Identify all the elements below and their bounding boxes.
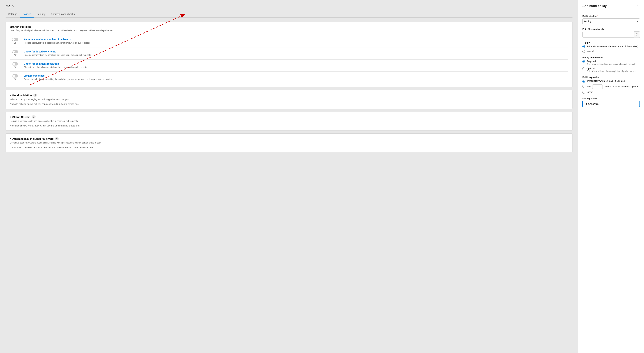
chevron-down-icon-status[interactable]: ▾ [10,116,11,118]
policy-item-comment-resolution: Off Check for comment resolution Check t… [10,59,568,72]
display-name-input[interactable] [582,101,640,107]
policy-title-comment[interactable]: Check for comment resolution [24,62,88,65]
panel-title: Add build policy [582,4,607,8]
hours-input[interactable] [592,84,603,89]
toggle-merge-label: Off [14,78,16,80]
toggle-linked-work[interactable] [12,50,18,53]
policy-item-min-reviewers: Off Require a minimum number of reviewer… [10,35,568,47]
display-name-label: Display name [582,97,640,100]
policy-title-min-reviewers[interactable]: Require a minimum number of reviewers [24,38,90,41]
build-validation-header: ▾ Build Validation 0 [10,94,568,97]
build-validation-title: Build Validation [12,94,32,97]
expiration-immediately-item: Immediately when ⎇ main is updated [582,80,640,83]
policy-info-min-reviewers: Require a minimum number of reviewers Re… [24,38,90,45]
path-filter-group: Path filter (optional) ⓘ [582,28,640,38]
policy-requirement-label: Policy requirement [582,56,640,59]
path-filter-input-wrapper: ⓘ [582,32,640,38]
expiration-never-label[interactable]: Never [586,91,592,93]
build-validation-empty: No build policies found, but you can use… [10,103,568,105]
toggle-comment-wrapper: Off [10,62,20,68]
toggle-comment-resolution[interactable] [12,62,18,66]
tab-security[interactable]: Security [34,11,48,18]
build-pipeline-label: Build pipeline* [582,15,640,17]
tab-policies[interactable]: Policies [20,11,34,18]
expiration-immediately-radio[interactable] [582,80,585,83]
chevron-down-icon-reviewers[interactable]: ▾ [10,137,11,140]
toggle-min-reviewers-label: Off [14,42,16,44]
policy-desc-merge: Control branch history by limiting the a… [24,78,113,81]
build-expiration-group: Build expiration Immediately when ⎇ main… [582,76,640,94]
toggle-linked-work-label: Off [14,54,16,56]
policy-optional-label[interactable]: Optional Build failure will not block co… [586,67,636,73]
trigger-manual-radio[interactable] [582,50,585,53]
close-button[interactable]: × [635,4,640,8]
auto-reviewers-header: ▾ Automatically included reviewers 0 [10,137,568,140]
trigger-radio-group: Automatic (whenever the source branch is… [582,45,640,53]
toggle-comment-label: Off [14,66,16,68]
policy-title-merge[interactable]: Limit merge types [24,74,113,77]
path-filter-label: Path filter (optional) [582,28,640,31]
expiration-after-item: After hours if ⎇ main has been updated [582,84,640,89]
policy-required-label[interactable]: Required Build must succeed in order to … [586,60,636,65]
build-pipeline-group: Build pipeline* testing [582,15,640,24]
tab-approvals[interactable]: Approvals and checks [48,11,78,18]
auto-reviewers-empty: No automatic reviewer policies found, bu… [10,146,568,149]
policy-requirement-radio-group: Required Build must succeed in order to … [582,60,640,73]
policy-desc-min-reviewers: Require approval from a specified number… [24,42,90,45]
policy-info-comment: Check for comment resolution Check to se… [24,62,88,69]
auto-reviewers-count: 0 [55,137,59,140]
toggle-linked-work-wrapper: Off [10,50,20,56]
policy-item-merge: Off Limit merge types Control branch his… [10,71,568,84]
tab-settings[interactable]: Settings [6,11,20,18]
expiration-immediately-label[interactable]: Immediately when ⎇ main is updated [586,80,625,82]
status-checks-count: 0 [32,115,36,119]
add-build-policy-panel: Add build policy × Build pipeline* testi… [578,0,644,353]
trigger-label: Trigger [582,41,640,44]
policy-title-linked-work[interactable]: Check for linked work items [24,50,92,53]
expiration-after-label[interactable]: After hours if ⎇ main has been updated [586,84,639,89]
policy-item-linked-work: Off Check for linked work items Encourag… [10,47,568,59]
auto-reviewers-section: ▾ Automatically included reviewers 0 Des… [6,133,572,152]
path-filter-info-icon[interactable]: ⓘ [634,32,640,38]
chevron-down-icon[interactable]: ▾ [10,94,11,96]
build-validation-count: 0 [33,94,37,97]
status-checks-empty: No status checks found, but you can use … [10,124,568,127]
panel-body: Build pipeline* testing Path filter (opt… [578,11,644,111]
policy-required-item: Required Build must succeed in order to … [582,60,640,65]
trigger-manual-item: Manual [582,50,640,53]
branch-policies-section: Branch Policies Note: If any required po… [6,22,572,87]
branch-policies-subtitle: Note: If any required policy is enabled,… [10,29,568,32]
build-pipeline-select[interactable]: testing [582,19,640,24]
auto-reviewers-desc: Designate code reviewers to automaticall… [10,142,568,144]
trigger-automatic-label[interactable]: Automatic (whenever the source branch is… [586,45,638,48]
trigger-group: Trigger Automatic (whenever the source b… [582,41,640,53]
build-validation-section: ▾ Build Validation 0 Validate code by pr… [6,90,572,109]
branch-policies-title: Branch Policies [10,25,568,29]
status-checks-header: ▾ Status Checks 0 [10,115,568,119]
expiration-after-radio[interactable] [582,85,585,88]
policy-required-radio[interactable] [582,60,585,63]
status-checks-desc: Require other services to post successfu… [10,120,568,122]
expiration-never-item: Never [582,91,640,94]
build-validation-desc: Validate code by pre-merging and buildin… [10,98,568,101]
expiration-never-radio[interactable] [582,91,585,94]
policy-info-merge: Limit merge types Control branch history… [24,74,113,81]
trigger-automatic-radio[interactable] [582,45,585,48]
status-checks-title: Status Checks [12,116,30,119]
policy-optional-item: Optional Build failure will not block co… [582,67,640,73]
toggle-min-reviewers-wrapper: Off [10,38,20,44]
build-pipeline-select-wrapper: testing [582,19,640,24]
toggle-merge-wrapper: Off [10,74,20,80]
path-filter-input[interactable] [582,32,634,38]
trigger-automatic-item: Automatic (whenever the source branch is… [582,45,640,48]
toggle-merge[interactable] [12,74,18,78]
panel-header: Add build policy × [578,0,644,11]
policy-info-linked-work: Check for linked work items Encourage tr… [24,50,92,57]
policy-requirement-group: Policy requirement Required Build must s… [582,56,640,73]
policy-desc-comment: Check to see that all comments have been… [24,66,88,69]
policy-optional-radio[interactable] [582,67,585,70]
page-title: main [6,4,572,8]
toggle-min-reviewers[interactable] [12,38,18,41]
trigger-manual-label[interactable]: Manual [586,50,594,53]
status-checks-section: ▾ Status Checks 0 Require other services… [6,112,572,131]
